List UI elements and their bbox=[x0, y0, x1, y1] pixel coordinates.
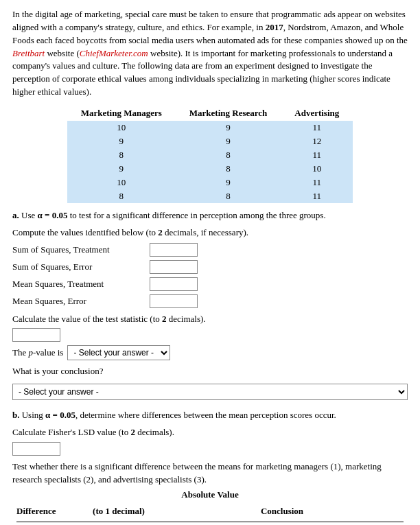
table-cell: 10 bbox=[67, 121, 176, 135]
table-cell: 8 bbox=[176, 189, 281, 203]
table-cell: 8 bbox=[67, 189, 176, 203]
col-header-managers: Marketing Managers bbox=[67, 106, 176, 121]
part-b: b. Using α = 0.05, determine where diffe… bbox=[12, 408, 408, 525]
table-cell: 9 bbox=[67, 162, 176, 176]
ss-error-label: Sum of Squares, Error bbox=[12, 261, 150, 272]
table-cell: 11 bbox=[281, 189, 353, 203]
ms-error-label: Mean Squares, Error bbox=[12, 296, 150, 307]
part-b-alpha: b. Using α = 0.05, determine where diffe… bbox=[12, 408, 408, 422]
ms-error-row: Mean Squares, Error bbox=[12, 294, 408, 308]
test-desc: Test whether there is a significant diff… bbox=[12, 460, 408, 487]
table-cell: 12 bbox=[281, 135, 353, 148]
abs-value-table: Difference (to 1 decimal) Conclusion x1 … bbox=[12, 504, 408, 525]
data-table-wrapper: Marketing Managers Marketing Research Ad… bbox=[12, 106, 408, 203]
conclusion-label: What is your conclusion? bbox=[12, 364, 408, 378]
table-cell: 11 bbox=[281, 148, 353, 162]
table-cell: 11 bbox=[281, 121, 353, 135]
table-row: 9912 bbox=[67, 135, 353, 148]
compute-label: Compute the values identified below (to … bbox=[12, 226, 408, 240]
intro-paragraph: In the digital age of marketing, special… bbox=[12, 8, 408, 99]
chiefmarketer-ref: ChiefMarketer.com bbox=[80, 48, 148, 58]
year-highlight: 2017 bbox=[266, 22, 283, 32]
pvalue-row: The p-value is - Select your answer - le… bbox=[12, 345, 408, 360]
col-header-research: Marketing Research bbox=[176, 106, 281, 121]
ms-treatment-row: Mean Squares, Treatment bbox=[12, 277, 408, 291]
table-cell: 9 bbox=[176, 121, 281, 135]
lsd-label: Calculate Fisher's LSD value (to 2 decim… bbox=[12, 425, 408, 439]
ss-error-row: Sum of Squares, Error bbox=[12, 260, 408, 274]
ss-treatment-row: Sum of Squares, Treatment bbox=[12, 243, 408, 257]
lsd-input[interactable] bbox=[12, 442, 60, 456]
table-cell: 8 bbox=[67, 148, 176, 162]
ss-error-input[interactable] bbox=[150, 260, 198, 274]
col-header-advertising: Advertising bbox=[281, 106, 353, 121]
conclusion-col-header: Conclusion bbox=[156, 504, 408, 518]
absval-col-header: (to 1 decimal) bbox=[81, 504, 156, 518]
ms-error-input[interactable] bbox=[150, 294, 198, 308]
table-row: 8811 bbox=[67, 189, 353, 203]
conclusion-select[interactable]: - Select your answer - Reject H0 Do not … bbox=[12, 384, 408, 400]
data-table: Marketing Managers Marketing Research Ad… bbox=[67, 106, 353, 203]
part-a: a. Use α = 0.05 to test for a significan… bbox=[12, 209, 408, 403]
abs-value-header: Absolute Value bbox=[12, 489, 408, 500]
table-cell: 9 bbox=[176, 176, 281, 189]
pvalue-select[interactable]: - Select your answer - less than .01 bet… bbox=[67, 345, 170, 360]
table-cell: 8 bbox=[176, 162, 281, 176]
part-a-alpha: a. Use α = 0.05 to test for a significan… bbox=[12, 209, 408, 222]
ss-treatment-input[interactable] bbox=[150, 243, 198, 257]
ss-treatment-label: Sum of Squares, Treatment bbox=[12, 244, 150, 255]
table-row: 8811 bbox=[67, 148, 353, 162]
table-cell: 9 bbox=[67, 135, 176, 148]
table-row: 10911 bbox=[67, 121, 353, 135]
test-stat-label: Calculate the value of the test statisti… bbox=[12, 312, 408, 326]
table-row: 9810 bbox=[67, 162, 353, 176]
diff-col-header: Difference bbox=[12, 504, 81, 518]
table-cell: 10 bbox=[281, 162, 353, 176]
ms-treatment-label: Mean Squares, Treatment bbox=[12, 279, 150, 290]
table-cell: 10 bbox=[67, 176, 176, 189]
test-stat-input[interactable] bbox=[12, 328, 60, 342]
table-cell: 11 bbox=[281, 176, 353, 189]
ms-treatment-input[interactable] bbox=[150, 277, 198, 291]
table-cell: 9 bbox=[176, 135, 281, 148]
table-row: 10911 bbox=[67, 176, 353, 189]
pvalue-label: The p-value is bbox=[12, 347, 63, 358]
breitbart-ref: Breitbart bbox=[12, 48, 45, 58]
table-cell: 8 bbox=[176, 148, 281, 162]
